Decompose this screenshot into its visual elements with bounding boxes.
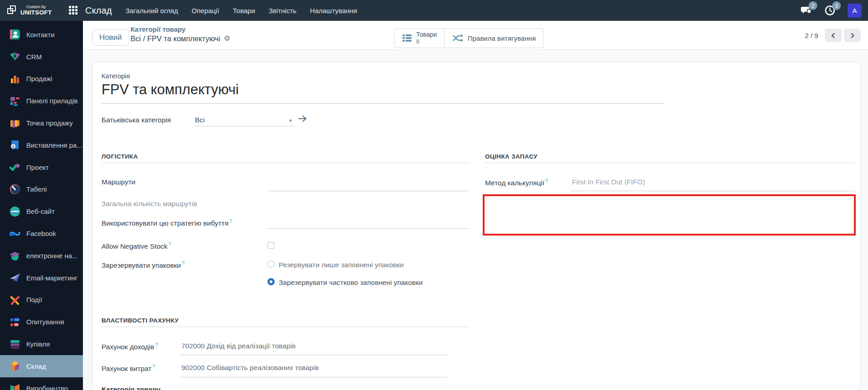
breadcrumb-current: Всі / FPV та комплектуючі [131,34,220,43]
category-name-input[interactable]: FPV та комплектуючі [102,82,664,104]
sidebar-item-label: Купівля [26,340,50,348]
internal-link-arrow-icon[interactable] [298,115,308,125]
reserve-full-packagings-option[interactable]: Резервувати лише заповнені упаковки [279,261,404,269]
sidebar-item-label: Веб-сайт [26,207,55,215]
menu-operations[interactable]: Операції [192,7,219,14]
stat-button-box: Товари 8 Правила витягування [394,28,543,48]
sidebar-item-contacts[interactable]: Контакти [0,24,83,46]
help-icon[interactable]: ? [545,178,548,183]
products-stat-button[interactable]: Товари 8 [395,29,444,48]
sidebar-item-crm[interactable]: CRM [0,46,83,68]
sidebar-item-point-of-sale[interactable]: Точка продажу [0,112,83,134]
sidebar-item-surveys[interactable]: Опитування [0,311,83,333]
sidebar-item-elearning[interactable]: електронне на... [0,245,83,267]
help-icon[interactable]: ? [169,241,171,247]
parent-category-select[interactable]: Всі ▼ [195,116,295,126]
chevron-right-icon [849,33,855,39]
sidebar-item-label: Проект [26,164,48,171]
sidebar-item-facebook[interactable]: Facebook [0,222,83,245]
sidebar-item-label: Facebook [26,230,56,237]
current-app-menu[interactable]: Склад [85,5,112,16]
invoicing-app-icon: $ [9,139,21,151]
sidebar-item-purchase[interactable]: Купівля [0,333,83,355]
menu-overview[interactable]: Загальний огляд [126,7,178,14]
sidebar-item-timesheets[interactable]: Табелі [0,178,83,201]
section-divider [485,163,856,163]
sidebar-item-label: Email-маркетинг [26,274,78,282]
app-sidebar: Контакти CRM Продажі Панелі приладів Точ… [0,21,83,390]
form-sheet: Категорія FPV та комплектуючі Батьківськ… [93,63,860,390]
control-panel: Новий Категорії товару Всі / FPV та комп… [83,21,868,50]
sidebar-item-label: Табелі [26,185,47,193]
sidebar-item-label: Контакти [26,31,54,39]
sidebar-item-invoicing[interactable]: $ Виставлення ра... [0,134,83,156]
putaway-rules-button[interactable]: Правила витягування [444,29,543,48]
sidebar-item-dashboards[interactable]: Панелі приладів [0,90,83,112]
reserve-full-packagings-radio[interactable] [267,260,275,268]
sidebar-item-label: Продажі [26,75,53,82]
sidebar-item-events[interactable]: Події [0,289,83,311]
reserve-partial-packagings-radio[interactable] [267,278,275,285]
costing-method-value[interactable]: First In First Out (FIFO) [572,178,645,186]
sales-app-icon [9,73,21,85]
menu-reporting[interactable]: Звітність [269,7,296,14]
income-account-value[interactable]: 702000 Дохід від реалізації товарів [181,342,296,350]
user-avatar[interactable]: A [848,4,862,18]
sidebar-item-manufacturing[interactable]: Виробництво [0,377,83,390]
top-menu: Загальний огляд Операції Товари Звітніст… [126,7,357,14]
sidebar-item-website[interactable]: Веб-сайт [0,200,83,222]
website-app-icon [9,206,21,217]
contacts-app-icon [9,29,21,40]
sidebar-item-email-marketing[interactable]: Email-маркетинг [0,267,83,289]
allow-negative-stock-checkbox[interactable] [267,242,274,249]
help-icon[interactable]: ? [182,260,184,266]
expense-account-value[interactable]: 902000 Собівартість реалізованих товарів [181,364,319,372]
gear-icon[interactable]: ⚙ [224,34,230,43]
section-divider [102,163,470,163]
products-stat-count: 8 [416,38,437,45]
sidebar-item-label: Опитування [26,318,64,326]
messages-badge: 2 [809,1,817,10]
sidebar-item-label: CRM [26,53,42,61]
pager-previous-button[interactable] [825,29,842,42]
crm-app-icon [9,51,21,63]
annotation-highlight-box [483,194,856,236]
breadcrumb-parent-link[interactable]: Категорії товару [131,25,230,34]
sidebar-item-sales[interactable]: Продажі [0,68,83,90]
timesheets-app-icon [9,183,21,195]
unitsoft-logo[interactable]: Custom by UNITSOFT [0,5,59,16]
costing-method-underline [570,191,856,191]
topbar: Custom by UNITSOFT Склад Загальний огляд… [0,0,868,21]
putaway-rules-label: Правила витягування [468,34,536,42]
products-stat-label: Товари [416,31,437,38]
events-app-icon [9,294,21,306]
menu-settings[interactable]: Налаштування [310,7,357,14]
activities-icon[interactable]: 3 [824,5,836,16]
sidebar-item-inventory[interactable]: Склад [0,355,83,377]
income-account-underline [180,355,447,355]
reserve-partial-packagings-option[interactable]: Зарезервувати частково заповнені упаковк… [279,279,423,287]
shuffle-icon [452,33,464,43]
sidebar-item-label: Панелі приладів [26,97,78,105]
pager-next-button[interactable] [844,29,861,42]
removal-strategy-input[interactable] [267,228,470,229]
income-account-label: Рахунок доходів? [102,342,158,351]
sidebar-item-label: Склад [26,362,46,370]
sidebar-item-project[interactable]: Проект [0,156,83,178]
messages-icon[interactable]: 2 [800,5,812,16]
new-button[interactable]: Новий [92,29,129,46]
sidebar-item-label: Виробництво [26,385,68,390]
routes-input[interactable] [267,191,470,191]
email-marketing-app-icon [9,272,21,284]
allow-negative-stock-label: Allow Negative Stock? [102,241,171,250]
help-icon[interactable]: ? [229,218,232,224]
pager-counter: 2 / 9 [805,32,818,39]
category-field-label: Категорія [102,72,130,80]
apps-grid-icon[interactable] [69,6,78,15]
help-icon[interactable]: ? [152,364,155,369]
help-icon[interactable]: ? [155,342,158,347]
menu-products[interactable]: Товари [233,7,255,14]
sidebar-item-label: Виставлення ра... [26,141,82,149]
pager: 2 / 9 [805,21,861,50]
chevron-down-icon: ▼ [288,118,293,123]
